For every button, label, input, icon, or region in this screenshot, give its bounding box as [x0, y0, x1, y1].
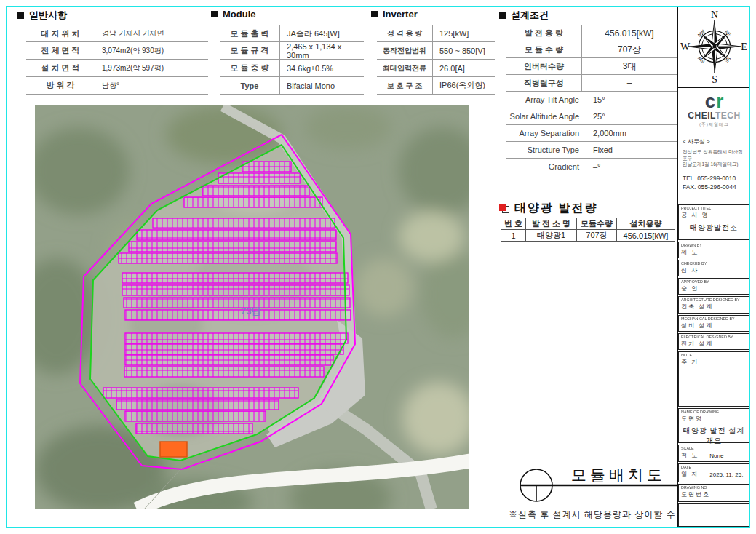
panel-row: [153, 218, 335, 228]
table-row: 인버터수량3대: [506, 58, 677, 75]
row-value: 남향°: [95, 77, 208, 94]
tel: TEL. 055-299-0010: [683, 174, 746, 183]
table-row: 모 듈 중 량34.6kg±0.5%: [220, 60, 364, 77]
panel-row: [122, 273, 348, 283]
block-label-en: DRAWING NO: [681, 485, 707, 489]
titleblock-drawing-no: DRAWING NO도면번호: [678, 484, 749, 502]
block-label-ko: 제 도: [681, 248, 699, 256]
row-label: 발 전 용 량: [506, 25, 582, 41]
row-label: 전 체 면 적: [26, 42, 95, 59]
table-row: 전 체 면 적3,074m2(약 930평): [26, 42, 208, 60]
row-label: 방 위 각: [26, 77, 95, 94]
design-conditions-table: 발 전 용 량456.015[kW]모 듈 수 량707장인버터수량3대직병렬구…: [506, 25, 677, 92]
row-label: 인버터수량: [506, 58, 582, 74]
row-value: –°: [586, 159, 677, 175]
company-name-korean: (주)제일테크: [678, 121, 750, 128]
section-bullet-icon: [499, 12, 506, 19]
panel-row: [125, 355, 333, 365]
design-conditions-table-en: Array Tilt Angle15°Solar Altitude Angle2…: [506, 92, 677, 175]
section-bullet-icon: [17, 12, 24, 19]
section-bullet-icon: [371, 11, 378, 17]
titleblock-note: NOTE주 기: [678, 351, 749, 407]
row-value: 2,000mm: [586, 125, 677, 141]
titleblock-empty: [678, 503, 749, 527]
table-row: Array Separation2,000mm: [506, 125, 677, 142]
panel-row: [119, 253, 337, 263]
block-label-en: MECHANICAL DESIGNED BY: [681, 316, 735, 320]
phone-numbers: TEL. 055-299-0010 FAX. 055-296-0044: [683, 174, 746, 191]
row-value: 26.0[A]: [433, 60, 495, 76]
panel-row: [218, 173, 301, 183]
row-value: –: [582, 75, 677, 91]
table-row: Solar Altitude Angle25°: [506, 108, 677, 125]
general-info-title: 일반사항: [17, 9, 67, 22]
row-label: 최대입력전류: [377, 60, 433, 76]
row-value: IP66(옥외형): [433, 77, 495, 94]
panel-row: [184, 197, 322, 207]
general-info-table: 대 지 위 치경남 거제시 거제면전 체 면 적3,074m2(약 930평)설…: [26, 25, 208, 95]
block-label-en: DATE: [681, 465, 691, 469]
panel-row: [125, 333, 348, 343]
module-title: Module: [211, 9, 256, 20]
drawing-title-text: 모듈배치도: [571, 465, 666, 485]
module-title-text: Module: [223, 9, 256, 20]
table-cell: 707장: [577, 230, 617, 242]
table-row: Array Tilt Angle15°: [506, 92, 677, 108]
row-label: Gradient: [506, 159, 586, 175]
table-row: 직병렬구성–: [506, 75, 677, 92]
block-label-en: ARCHITECTURE DESIGNED BY: [681, 298, 740, 301]
table-cell: 1: [501, 230, 526, 242]
titleblock-project-titel: PROJECT TITEL공 사 명태양광발전소: [678, 204, 749, 240]
company-name: CHEILTECH: [678, 111, 750, 121]
row-value: 3대: [582, 58, 677, 74]
company-address: < 사무실 > 경상남도 창원특례시 마산합포구 만날고개1길 16(제일테크)…: [678, 132, 750, 204]
row-label: Structure Type: [506, 142, 586, 158]
row-value: 15°: [586, 92, 677, 108]
table-row: Structure TypeFixed: [506, 142, 677, 159]
section-bullet-icon: [211, 11, 218, 17]
block-label-ko: 심 사: [681, 266, 699, 274]
generation-table: 번 호발 전 소 명모듈수량설치용량1태양광1707장456.015[kW]: [501, 218, 675, 242]
row-label: 모 듈 중 량: [220, 60, 280, 76]
inverter-title-text: Inverter: [383, 9, 418, 20]
panel-row: [116, 399, 279, 410]
generation-section-title: 태양광 발전량: [499, 201, 597, 216]
table-row: 모 듈 규 격2,465 x 1,134 x 30mm: [220, 42, 364, 60]
fax: FAX. 055-296-0044: [683, 183, 746, 191]
table-row: TypeBifacial Mono: [220, 77, 364, 95]
block-label-en: CHECKED BY: [681, 261, 707, 265]
block-label-ko: 일 자: [681, 470, 699, 478]
compass-block: N S E W NE SE SW NW: [678, 6, 750, 88]
row-value: 34.6kg±0.5%: [280, 60, 364, 76]
block-label-ko: 도면명: [681, 415, 703, 423]
table-cell: 태양광1: [526, 230, 577, 242]
svg-text:E: E: [741, 41, 747, 52]
company-logo: cr CHEILTECH (주)제일테크: [678, 88, 750, 132]
compass-rose-icon: N S E W NE SE SW NW: [680, 8, 749, 85]
block-value: 태양광발전소: [679, 223, 749, 233]
svg-text:S: S: [712, 74, 717, 85]
row-label: 보 호 구 조: [377, 77, 433, 94]
table-row: 대 지 위 치경남 거제시 거제면: [26, 25, 208, 42]
block-value: 2025. 11. 25.: [709, 471, 743, 478]
table-row: 최대입력전류26.0[A]: [377, 60, 495, 77]
panel-row: [129, 242, 336, 252]
block-label-en: NAME OF DRAWING: [681, 410, 719, 413]
row-label: 동작전압범위: [377, 42, 433, 59]
row-label: 정 격 용 량: [377, 25, 433, 41]
row-value: 707장: [582, 41, 677, 57]
table-row: Gradient–°: [506, 159, 677, 175]
design-conditions-title-text: 설계조건: [511, 9, 549, 22]
site-map: 73답: [35, 105, 469, 509]
row-value: 550 ~ 850[V]: [433, 42, 495, 59]
titleblock-approved-by: APPROVED BY승 인: [678, 278, 749, 295]
titleblock-scale: SCALE척 도None: [678, 445, 749, 462]
titleblock-drawn-by: DRAWN BY제 도: [678, 242, 749, 258]
table-row: 보 호 구 조IP66(옥외형): [377, 77, 495, 95]
column-header: 발 전 소 명: [526, 218, 577, 230]
address-line-1: 경상남도 창원특례시 마산합포구: [683, 149, 746, 162]
block-label-ko: 승 인: [681, 284, 699, 292]
module-layout-drawing: 73답: [35, 105, 469, 509]
block-label-ko: 공 사 명: [681, 211, 709, 219]
panel-row: [124, 367, 324, 377]
